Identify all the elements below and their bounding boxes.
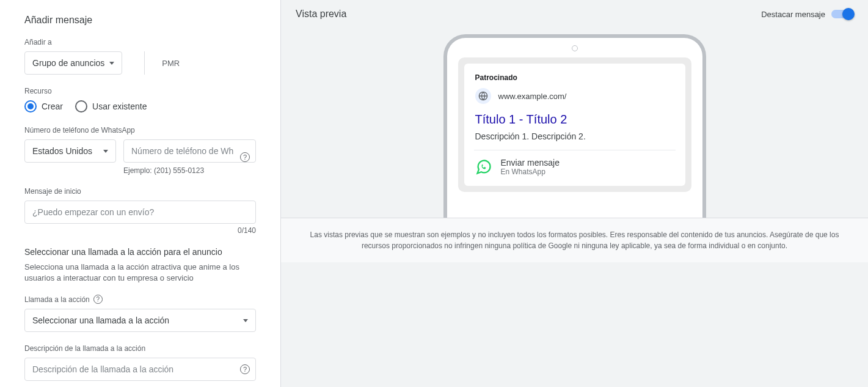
ad-title: Título 1 - Título 2 — [475, 112, 674, 127]
help-icon[interactable]: ? — [240, 364, 250, 374]
cta-help-text: Selecciona una llamada a la acción atrac… — [24, 262, 256, 284]
chevron-down-icon — [103, 150, 108, 153]
chevron-down-icon — [109, 62, 114, 65]
ad-description: Descripción 1. Descripción 2. — [475, 131, 674, 141]
start-msg-input[interactable] — [24, 201, 256, 224]
cta-dropdown[interactable]: Seleccionar una llamada a la acción — [24, 309, 256, 332]
form-panel: Añadir mensaje Añadir a Grupo de anuncio… — [0, 0, 281, 387]
start-msg-counter: 0/140 — [24, 226, 256, 235]
add-to-dropdown[interactable]: Grupo de anuncios — [24, 51, 122, 75]
phone-hint: Ejemplo: (201) 555-0123 — [123, 166, 256, 175]
cta-dropdown-value: Seleccionar una llamada a la acción — [32, 315, 169, 325]
start-msg-label: Mensaje de inicio — [24, 187, 256, 196]
radio-checked-icon — [24, 100, 37, 112]
cta-heading: Seleccionar una llamada a la acción para… — [24, 247, 256, 257]
help-icon[interactable]: ? — [240, 152, 250, 162]
wa-sub-text: En WhatsApp — [501, 168, 560, 176]
ad-url: www.example.com/ — [498, 92, 567, 101]
radio-unchecked-icon — [75, 100, 87, 112]
phone-notch-icon — [572, 45, 578, 51]
highlight-toggle[interactable] — [831, 10, 853, 18]
toggle-label: Destacar mensaje — [761, 10, 825, 19]
add-to-value: Grupo de anuncios — [32, 58, 104, 68]
pmr-badge: PMR — [144, 51, 180, 75]
preview-disclaimer: Las vistas previas que se muestran son e… — [281, 218, 868, 262]
phone-frame: Patrocinado www.example.com/ Título 1 - … — [443, 34, 706, 218]
wa-main-text: Enviar mensaje — [501, 158, 560, 168]
resource-create-label: Crear — [42, 101, 63, 111]
country-dropdown[interactable]: Estados Unidos — [24, 139, 116, 163]
preview-title: Vista previa — [296, 9, 346, 20]
resource-existing-radio[interactable]: Usar existente — [75, 100, 147, 112]
cta-desc-input[interactable] — [24, 358, 256, 381]
country-value: Estados Unidos — [32, 146, 92, 156]
resource-label: Recurso — [24, 87, 256, 95]
whatsapp-icon — [475, 158, 492, 175]
ad-preview-card: Patrocinado www.example.com/ Título 1 - … — [464, 64, 685, 186]
phone-label: Número de teléfono de WhatsApp — [24, 126, 256, 135]
phone-input[interactable] — [123, 139, 256, 163]
form-heading: Añadir mensaje — [24, 15, 256, 26]
resource-create-radio[interactable]: Crear — [24, 100, 63, 112]
add-to-label: Añadir a — [24, 38, 256, 46]
chevron-down-icon — [243, 319, 248, 322]
divider — [474, 150, 676, 150]
preview-panel: Vista previa Destacar mensaje Patrocinad… — [281, 0, 868, 387]
resource-existing-label: Usar existente — [92, 101, 147, 111]
cta-label: Llamada a la acción — [24, 295, 90, 304]
sponsored-label: Patrocinado — [475, 73, 674, 82]
cta-desc-label: Descripción de la llamada a la acción — [24, 344, 256, 353]
globe-icon — [475, 88, 491, 104]
help-icon[interactable]: ? — [93, 295, 103, 304]
